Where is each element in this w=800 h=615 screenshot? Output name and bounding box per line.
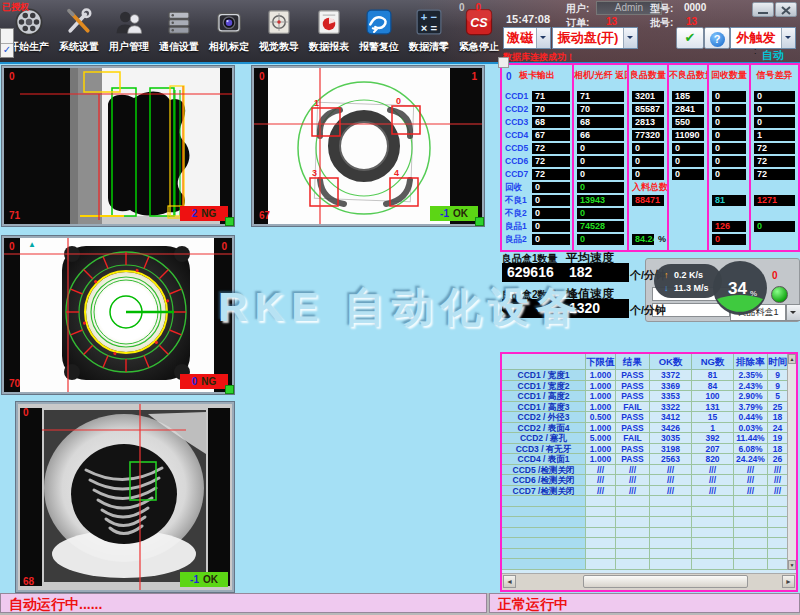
vertical-scrollbar[interactable]: ▲ ▼ [787,354,796,570]
stats-cell: 0 [754,104,795,115]
horizontal-scrollbar[interactable]: ◄ ► [502,573,796,590]
data-report-button[interactable]: 数据报表 [304,4,354,60]
alarm-reset-button[interactable]: 报警复位 [354,4,404,60]
data-cell: 1 [692,423,734,434]
data-cell: 1.000 [586,370,616,381]
stats-cell: 0 [532,195,570,206]
table-row[interactable]: CCD1 / 高度31.000FAIL33221313.79%25 [502,402,796,413]
stats-cell: 0 [754,91,795,102]
table-row[interactable]: CCD2 / 外径30.500PASS3412150.44%18 [502,412,796,423]
table-row[interactable] [502,559,796,570]
stats-cell: 126 [712,221,746,232]
table-row[interactable]: CCD1 / 宽度21.000PASS3369842.43%9 [502,381,796,392]
scroll-up-icon[interactable]: ▲ [788,354,796,364]
table-row[interactable]: CCD5 /检测关闭////////////////// [502,465,796,476]
system-settings-button[interactable]: 系统设置 [54,4,104,60]
user-management-button[interactable]: 用户管理 [104,4,154,60]
data-cell: 84 [692,381,734,392]
results-column-header: 下限值 [586,354,616,370]
scrollbar-thumb[interactable] [583,575,748,588]
data-cell [586,507,616,518]
table-row[interactable] [502,496,796,507]
camera-calibration-button[interactable]: 相机标定 [204,4,254,60]
trigger-dropdown[interactable]: 外触发 [730,27,796,49]
data-cell: /// [734,475,768,486]
stats-cell: 0 [632,143,664,154]
data-cell [768,559,788,570]
minimize-icon [753,4,773,17]
data-cell: 1.000 [586,423,616,434]
stats-cell: 68 [532,117,570,128]
data-cell: PASS [616,391,650,402]
data-cell: 3322 [650,402,692,413]
camera4-top-left-count: 0 [23,407,29,418]
stats-cell: 70 [577,104,624,115]
stats-cell: 71 [577,91,624,102]
table-row[interactable]: CCD3 / 有无牙1.000PASS31982076.08%18 [502,444,796,455]
stats-cell: 0 [532,221,570,232]
camera-view-1[interactable]: 0 71 2NG [2,66,234,226]
data-cell: 24.24% [734,454,768,465]
stats-cell: 0 [672,156,704,167]
table-row[interactable] [502,538,796,549]
order-value: 13 [606,16,617,27]
magnet-value: 激磁 [504,29,536,47]
table-row[interactable]: CCD2 / 塞孔5.000FAIL303539211.44%19 [502,433,796,444]
camera-view-2[interactable]: 1 0 3 4 0 1 67 -1OK [252,66,484,226]
table-row[interactable] [502,549,796,560]
table-row[interactable] [502,507,796,518]
data-cell [692,528,734,539]
results-table-body: CCD1 / 宽度11.000PASS3372812.35%9CCD1 / 宽度… [502,370,796,570]
counter-right: 0 [476,2,482,13]
stats-group-good-count: 良品数量320185587281377320000入料总数8847184.24% [627,63,669,252]
table-row[interactable] [502,528,796,539]
close-button[interactable] [775,2,797,17]
stats-cell: 74528 [577,221,624,232]
vision-teaching-button[interactable]: 视觉教导 [254,4,304,60]
data-cell [616,517,650,528]
data-cell: /// [768,475,788,486]
camera-view-3[interactable]: ▲ 0 0 70 0NG [2,236,234,394]
stats-inline-label: 入料总数 [632,182,665,193]
scroll-left-icon[interactable]: ◄ [503,575,516,588]
tray-select[interactable]: 良品料盒1 [730,304,786,321]
stats-corner-box[interactable] [498,57,509,68]
peak-speed-unit: 个/分钟 [630,303,666,318]
button-label: 系统设置 [59,40,99,54]
chevron-down-icon[interactable] [623,28,637,48]
confirm-button[interactable]: ✔ [676,27,704,49]
chevron-down-icon[interactable] [781,28,795,48]
scroll-right-icon[interactable]: ► [782,575,795,588]
data-cell: 820 [692,454,734,465]
alarm-reset-icon [364,7,394,37]
data-cell: /// [734,486,768,497]
stats-cell: 13943 [577,195,624,206]
table-row[interactable]: CCD7 /检测关闭////////////////// [502,486,796,497]
data-cell: 9 [768,381,788,392]
chevron-down-icon[interactable] [536,28,550,48]
data-cell: 207 [692,444,734,455]
table-row[interactable]: CCD6 /检测关闭////////////////// [502,475,796,486]
tray-input-1[interactable] [652,287,730,301]
table-row[interactable]: CCD4 / 表面11.000PASS256382024.24%26 [502,454,796,465]
row-label-cell [502,517,586,528]
vibration-dropdown[interactable]: 振动盘(开) [552,27,638,49]
data-cell: 1.000 [586,391,616,402]
minimize-button[interactable] [752,2,774,17]
table-row[interactable]: CCD2 / 表面41.000PASS342610.03%24 [502,423,796,434]
table-row[interactable] [502,517,796,528]
chevron-down-icon[interactable] [786,304,800,321]
side-checkbox[interactable]: ✓ [0,28,14,58]
magnet-dropdown[interactable]: 激磁 [503,27,551,49]
table-row[interactable]: CCD1 / 高度21.000PASS33531002.90%5 [502,391,796,402]
comm-settings-button[interactable]: 通信设置 [154,4,204,60]
scroll-down-icon[interactable]: ▼ [788,560,796,570]
data-clear-button[interactable]: + −× = 数据清零 [404,4,454,60]
button-label: 通信设置 [159,40,199,54]
data-cell: 3198 [650,444,692,455]
toolbar-buttons: 开始生产 系统设置 用户管理 通信设置 相机标定 视觉教导 [4,4,504,60]
stats-cell: 0 [577,182,624,193]
help-button[interactable]: ? [704,27,730,49]
camera-view-4[interactable]: 0 68 -1OK [16,402,234,592]
table-row[interactable]: CCD1 / 宽度11.000PASS3372812.35%9 [502,370,796,381]
